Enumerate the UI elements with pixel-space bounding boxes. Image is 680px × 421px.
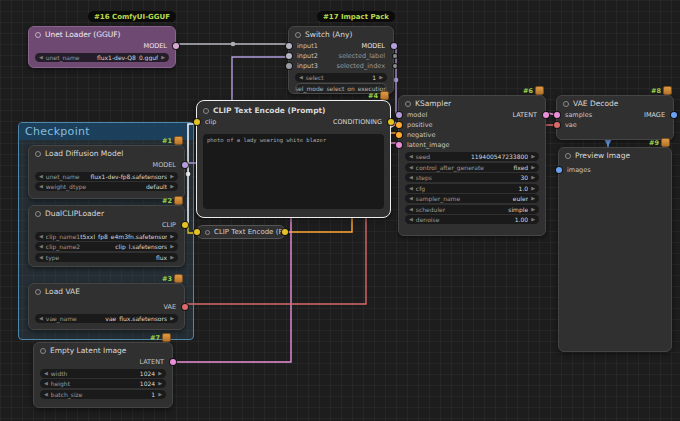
widget-scheduler[interactable]: ◀ scheduler simple ▶: [405, 205, 539, 214]
input-port-input2[interactable]: [286, 53, 292, 59]
collapse-toggle-icon[interactable]: [35, 289, 41, 295]
widget-width[interactable]: ◀ width 1024 ▶: [40, 369, 166, 378]
prev-arrow-icon[interactable]: ◀: [39, 253, 43, 262]
input-port-images[interactable]: [556, 167, 562, 173]
widget-type[interactable]: ◀ type flux ▶: [35, 253, 178, 262]
output-port-selected-label[interactable]: [393, 54, 397, 58]
next-arrow-icon[interactable]: ▶: [158, 379, 162, 388]
collapse-toggle-icon[interactable]: [295, 32, 301, 38]
prev-arrow-icon[interactable]: ◀: [409, 152, 413, 161]
next-arrow-icon[interactable]: ▶: [531, 173, 535, 182]
prev-arrow-icon[interactable]: ◀: [409, 194, 413, 203]
collapse-toggle-icon[interactable]: [405, 101, 411, 107]
prev-arrow-icon[interactable]: ◀: [39, 53, 43, 62]
next-arrow-icon[interactable]: ▶: [158, 390, 162, 399]
output-port-conditioning[interactable]: [282, 229, 288, 235]
next-arrow-icon[interactable]: ▶: [531, 194, 535, 203]
next-arrow-icon[interactable]: ▶: [531, 163, 535, 172]
node-load-diffusion-model[interactable]: #1 Load Diffusion Model MODEL ◀ unet_nam…: [28, 145, 185, 199]
node-dual-clip-loader[interactable]: #2 DualCLIPLoader CLIP ◀ clip_name1 t5xx…: [28, 205, 185, 267]
output-port-clip[interactable]: [182, 222, 188, 228]
node-clip-text-encode-negative[interactable]: CLIP Text Encode (Pr: [196, 225, 286, 239]
widget-select[interactable]: ◀ select 1 ▶: [295, 73, 387, 82]
input-port-clip[interactable]: [194, 229, 200, 235]
input-port-latent-image[interactable]: [396, 142, 402, 148]
node-vae-decode[interactable]: #8 VAE Decode samples IMAGE vae: [556, 95, 674, 140]
output-port-model[interactable]: [182, 162, 188, 168]
node-preview-image[interactable]: #9 Preview Image images: [558, 147, 672, 352]
next-arrow-icon[interactable]: ▶: [170, 172, 174, 181]
widget-clip-name1[interactable]: ◀ clip_name1 t5xxl_fp8_e4m3fn.safetensor…: [35, 232, 178, 241]
next-arrow-icon[interactable]: ▶: [161, 53, 165, 62]
next-arrow-icon[interactable]: ▶: [170, 182, 174, 191]
prev-arrow-icon[interactable]: ◀: [44, 390, 48, 399]
output-port-image[interactable]: [671, 112, 677, 118]
prev-arrow-icon[interactable]: ◀: [44, 379, 48, 388]
widget-unet-name[interactable]: ◀ unet_name flux1-dev-fp8.safetensors ▶: [35, 172, 178, 181]
next-arrow-icon[interactable]: ▶: [531, 215, 535, 224]
prev-arrow-icon[interactable]: ◀: [299, 73, 303, 82]
prev-arrow-icon[interactable]: ◀: [39, 242, 43, 251]
input-port-input1[interactable]: [286, 43, 292, 49]
prev-arrow-icon[interactable]: ◀: [39, 172, 43, 181]
output-port-model[interactable]: [173, 43, 179, 49]
prev-arrow-icon[interactable]: ◀: [409, 215, 413, 224]
widget-height[interactable]: ◀ height 1024 ▶: [40, 379, 166, 388]
next-arrow-icon[interactable]: ▶: [170, 232, 174, 241]
widget-steps[interactable]: ◀ steps 30 ▶: [405, 173, 539, 182]
input-port-input3[interactable]: [286, 63, 292, 69]
widget-seed[interactable]: ◀ seed 119400547233800 ▶: [405, 152, 539, 161]
collapse-toggle-icon[interactable]: [40, 348, 46, 354]
prev-arrow-icon[interactable]: ◀: [409, 205, 413, 214]
input-port-samples[interactable]: [554, 112, 560, 118]
output-port-latent[interactable]: [170, 359, 176, 365]
next-arrow-icon[interactable]: ▶: [158, 369, 162, 378]
widget-unet-name[interactable]: ◀ unet_name flux1-dev-Q8_0.gguf ▶: [35, 53, 169, 62]
prev-arrow-icon[interactable]: ◀: [409, 173, 413, 182]
widget-sampler-name[interactable]: ◀ sampler_name euler ▶: [405, 194, 539, 203]
input-port-clip[interactable]: [194, 119, 200, 125]
prompt-textarea[interactable]: photo of a lady wearing white blazer: [203, 134, 384, 209]
input-port-positive[interactable]: [396, 122, 402, 128]
prev-arrow-icon[interactable]: ◀: [39, 314, 43, 323]
input-port-vae[interactable]: [554, 122, 560, 128]
collapse-toggle-icon[interactable]: [35, 151, 41, 157]
input-port-negative[interactable]: [396, 132, 402, 138]
output-port-vae[interactable]: [182, 304, 188, 310]
collapse-toggle-icon[interactable]: [205, 230, 210, 235]
prev-arrow-icon[interactable]: ◀: [409, 163, 413, 172]
widget-weight-dtype[interactable]: ◀ weight_dtype default ▶: [35, 182, 178, 191]
collapse-toggle-icon[interactable]: [203, 108, 209, 114]
prev-arrow-icon[interactable]: ◀: [39, 182, 43, 191]
collapse-toggle-icon[interactable]: [35, 32, 41, 38]
next-arrow-icon[interactable]: ▶: [170, 253, 174, 262]
output-port-latent[interactable]: [543, 112, 549, 118]
node-switch-any[interactable]: Switch (Any) input1 MODEL input2 selecte…: [288, 26, 394, 94]
node-ksampler[interactable]: #6 KSampler model LATENT positive negati…: [398, 95, 546, 236]
node-unet-loader-gguf[interactable]: Unet Loader (GGUF) MODEL ◀ unet_name flu…: [28, 26, 176, 68]
widget-clip-name2[interactable]: ◀ clip_name2 clip_l.safetensors ▶: [35, 242, 178, 251]
output-port-model[interactable]: [391, 43, 397, 49]
widget-denoise[interactable]: ◀ denoise 1.00 ▶: [405, 215, 539, 224]
next-arrow-icon[interactable]: ▶: [170, 242, 174, 251]
next-arrow-icon[interactable]: ▶: [170, 314, 174, 323]
comfyui-node-graph[interactable]: Checkpoint #16 ComfyUI-GGUF #17 Impact: [0, 0, 680, 421]
input-port-model[interactable]: [396, 112, 402, 118]
next-arrow-icon[interactable]: ▶: [379, 73, 383, 82]
collapse-toggle-icon[interactable]: [565, 153, 571, 159]
next-arrow-icon[interactable]: ▶: [531, 184, 535, 193]
prev-arrow-icon[interactable]: ◀: [409, 184, 413, 193]
next-arrow-icon[interactable]: ▶: [531, 205, 535, 214]
output-port-selected-index[interactable]: [393, 64, 397, 68]
prev-arrow-icon[interactable]: ◀: [44, 369, 48, 378]
widget-cfg[interactable]: ◀ cfg 1.0 ▶: [405, 184, 539, 193]
widget-control-after-generate[interactable]: ◀ control_after_generate fixed ▶: [405, 163, 539, 172]
widget-vae-name[interactable]: ◀ vae_name vae_flux.safetensors ▶: [35, 314, 178, 323]
node-empty-latent-image[interactable]: #7 Empty Latent Image LATENT ◀ width 102…: [33, 342, 173, 408]
output-port-conditioning[interactable]: [388, 119, 394, 125]
prev-arrow-icon[interactable]: ◀: [39, 232, 43, 241]
collapse-toggle-icon[interactable]: [35, 211, 41, 217]
collapse-toggle-icon[interactable]: [563, 101, 569, 107]
node-clip-text-encode-positive[interactable]: #4 CLIP Text Encode (Prompt) clip CONDIT…: [196, 100, 391, 218]
next-arrow-icon[interactable]: ▶: [531, 152, 535, 161]
